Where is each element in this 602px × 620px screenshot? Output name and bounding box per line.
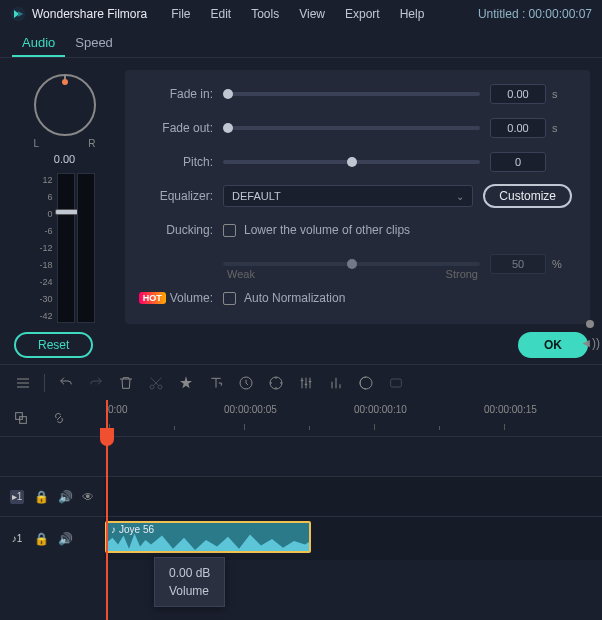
audio-clip[interactable]: ♪Joye 56 [105, 521, 311, 553]
app-name: Wondershare Filmora [32, 7, 147, 21]
reset-button[interactable]: Reset [14, 332, 93, 358]
menu-export[interactable]: Export [335, 7, 390, 21]
app-logo: Wondershare Filmora [10, 6, 147, 22]
vu-bar-left[interactable] [57, 173, 75, 323]
adjust-icon[interactable] [293, 370, 319, 396]
equalizer-select[interactable]: DEFAULT ⌄ [223, 185, 473, 207]
delete-icon[interactable] [113, 370, 139, 396]
fade-out-slider[interactable] [223, 126, 480, 130]
video-track-body[interactable] [104, 477, 602, 516]
indicator-dot [586, 320, 594, 328]
svg-point-1 [150, 385, 154, 389]
top-bar: Wondershare Filmora File Edit Tools View… [0, 0, 602, 28]
overlay-icon[interactable] [8, 405, 34, 431]
color-icon[interactable] [353, 370, 379, 396]
svg-point-2 [158, 385, 162, 389]
mute-icon[interactable]: 🔊 [58, 532, 72, 546]
tag-icon[interactable] [173, 370, 199, 396]
ducking-value[interactable]: 50 [490, 254, 546, 274]
volume-tooltip: 0.00 dB Volume [154, 557, 225, 607]
video-track: ▸1 🔒 🔊 👁 [0, 476, 602, 516]
tab-audio[interactable]: Audio [12, 28, 65, 57]
tab-speed[interactable]: Speed [65, 28, 123, 57]
eye-icon[interactable]: 👁 [82, 490, 94, 504]
ducking-label: Ducking: [143, 223, 213, 237]
crop-icon[interactable] [233, 370, 259, 396]
menu-tools[interactable]: Tools [241, 7, 289, 21]
auto-normalization-checkbox[interactable] [223, 292, 236, 305]
audio-mixer-icon[interactable] [323, 370, 349, 396]
property-tabs: Audio Speed [0, 28, 602, 58]
link-icon[interactable] [46, 405, 72, 431]
ducking-check-label: Lower the volume of other clips [244, 223, 410, 237]
ok-button[interactable]: OK [518, 332, 588, 358]
vu-handle[interactable] [55, 209, 79, 215]
ducking-checkbox[interactable] [223, 224, 236, 237]
lock-icon[interactable]: 🔒 [34, 490, 48, 504]
lock-icon[interactable]: 🔒 [34, 532, 48, 546]
text-icon[interactable] [203, 370, 229, 396]
menu-help[interactable]: Help [390, 7, 435, 21]
chevron-down-icon: ⌄ [456, 191, 464, 202]
audio-track-badge: ♪1 [10, 532, 24, 546]
pitch-label: Pitch: [143, 155, 213, 169]
pitch-value[interactable]: 0 [490, 152, 546, 172]
pan-value: 0.00 [54, 153, 75, 165]
cut-icon[interactable] [143, 370, 169, 396]
audio-panel: LR 0.00 1260-6-12-18-24-30-42 Fade in: 0… [0, 58, 602, 330]
pan-knob[interactable] [34, 74, 96, 136]
pan-l-label: L [34, 138, 40, 149]
speed-icon[interactable] [263, 370, 289, 396]
project-title: Untitled : 00:00:00:07 [478, 7, 592, 21]
audio-track: ♪1 🔒 🔊 ♪Joye 56 0.00 dB Volume [0, 516, 602, 560]
svg-rect-7 [16, 413, 23, 420]
record-icon[interactable] [383, 370, 409, 396]
timeline-header: 0:00 00:00:00:05 00:00:00:10 00:00:00:15 [0, 400, 602, 436]
audio-track-body[interactable]: ♪Joye 56 0.00 dB Volume [104, 517, 602, 560]
pan-r-label: R [88, 138, 95, 149]
fade-in-value[interactable]: 0.00 [490, 84, 546, 104]
equalizer-label: Equalizer: [143, 189, 213, 203]
menu-icon[interactable] [10, 370, 36, 396]
mute-icon[interactable]: 🔊 [58, 490, 72, 504]
playhead[interactable] [106, 400, 108, 620]
menu-view[interactable]: View [289, 7, 335, 21]
pitch-slider[interactable] [223, 160, 480, 164]
ducking-slider[interactable] [223, 262, 480, 266]
vu-bar-right[interactable] [77, 173, 95, 323]
fade-in-slider[interactable] [223, 92, 480, 96]
side-indicators: ◄)) [580, 320, 600, 350]
vu-meter: 1260-6-12-18-24-30-42 [35, 173, 95, 323]
audio-controls: Fade in: 0.00 s Fade out: 0.00 s Pitch: … [125, 70, 590, 324]
svg-rect-6 [391, 379, 402, 387]
music-note-icon: ♪ [111, 524, 116, 535]
audio-track-head: ♪1 🔒 🔊 [0, 517, 104, 560]
timeline-toolbar [0, 364, 602, 400]
filmora-logo-icon [10, 6, 26, 22]
customize-button[interactable]: Customize [483, 184, 572, 208]
fade-in-label: Fade in: [143, 87, 213, 101]
hot-badge: HOT [139, 292, 166, 304]
speaker-icon[interactable]: ◄)) [580, 336, 600, 350]
timeline-ruler[interactable]: 0:00 00:00:00:05 00:00:00:10 00:00:00:15 [104, 400, 594, 436]
fade-out-label: Fade out: [143, 121, 213, 135]
video-track-head: ▸1 🔒 🔊 👁 [0, 477, 104, 516]
pan-meter-column: LR 0.00 1260-6-12-18-24-30-42 [12, 70, 117, 324]
fade-out-value[interactable]: 0.00 [490, 118, 546, 138]
menu-edit[interactable]: Edit [201, 7, 242, 21]
video-track-badge: ▸1 [10, 490, 24, 504]
svg-rect-8 [20, 417, 27, 424]
menu-file[interactable]: File [161, 7, 200, 21]
redo-icon[interactable] [83, 370, 109, 396]
undo-icon[interactable] [53, 370, 79, 396]
